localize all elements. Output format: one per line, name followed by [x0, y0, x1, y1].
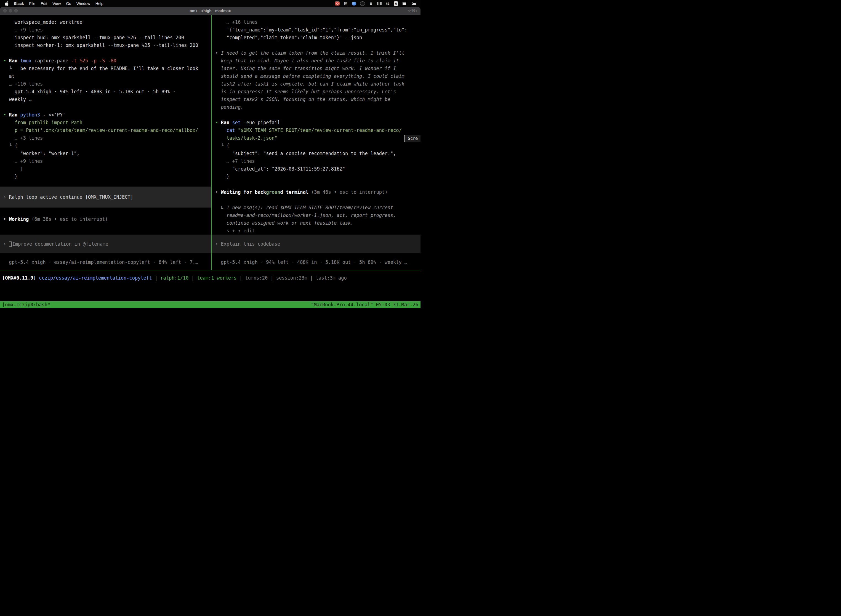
- terminal-line: cat "$OMX_TEAM_STATE_ROOT/team/review-cu…: [215, 126, 417, 134]
- terminal-line: }: [3, 173, 208, 180]
- menubar-app-name[interactable]: Slack: [14, 1, 24, 6]
- terminal-line: should send a message before completing …: [215, 72, 417, 80]
- terminal-line: … +9 lines: [3, 26, 208, 34]
- blank-line: [215, 111, 417, 119]
- terminal-line: "completed","claim_token":"claim-token"}…: [215, 34, 417, 41]
- terminal-line: continue assigned work or next feasible …: [215, 219, 417, 227]
- omx-hud-status-line: [OMX#0.11.9] cczip/essay/ai-reimplementa…: [0, 270, 420, 301]
- menu-view[interactable]: View: [53, 1, 61, 6]
- battery-percentage-icon[interactable]: 61: [385, 1, 390, 6]
- terminal-line: … +16 lines: [215, 18, 417, 26]
- terminal-line: … +110 lines: [3, 80, 208, 88]
- terminal-line: later. Using the same for transition mig…: [215, 65, 417, 72]
- terminal-line: pending.: [215, 103, 417, 111]
- terminal-line: task2 after task1 is complete, but can I…: [215, 80, 417, 88]
- screen: Slack FileEditViewGoWindowHelp 61A omx -…: [0, 0, 420, 308]
- terminal-line: ⌥ + ↑ edit: [215, 227, 417, 235]
- terminal-line: • Ran python3 - <<'PY': [3, 111, 208, 119]
- prompt-chevron: ›: [215, 241, 221, 247]
- terminal-line: └ {: [215, 142, 417, 150]
- menu-edit[interactable]: Edit: [41, 1, 47, 6]
- terminal-line: gpt-5.4 xhigh · 94% left · 488K in · 5.1…: [3, 88, 208, 95]
- terminal-line: ]: [3, 165, 208, 173]
- terminal-pane-left[interactable]: workspace_mode: worktree … +9 lines insp…: [0, 15, 212, 270]
- terminal-line: • Working (6m 38s • esc to interrupt): [3, 215, 208, 223]
- blank-line: [215, 196, 417, 204]
- blank-line: [3, 208, 208, 215]
- terminal-line: inspect_hud: omx sparkshell --tmux-pane …: [3, 34, 208, 41]
- terminal-line: • I need to get the claim token from the…: [215, 49, 417, 57]
- pane-status-line: gpt-5.4 xhigh · 94% left · 488K in · 5.1…: [215, 258, 417, 266]
- terminal-line: • Ran tmux capture-pane -t %25 -p -S -80: [3, 57, 208, 65]
- terminal-window: omx --xhigh --madmax ⌥⌘1 workspace_mode:…: [0, 7, 420, 308]
- traffic-lights: [3, 7, 20, 15]
- close-button[interactable]: [3, 9, 7, 12]
- terminal-line: • Waiting for background terminal (3m 46…: [215, 188, 417, 196]
- screen-recording-indicator[interactable]: [335, 1, 340, 6]
- minimize-button[interactable]: [9, 9, 12, 12]
- window-titlebar[interactable]: omx --xhigh --madmax ⌥⌘1: [0, 7, 420, 15]
- terminal-line: readme-and-reco/mailbox/worker-1.json, a…: [215, 211, 417, 219]
- terminal-line: keep that in mind. Maybe I also need the…: [215, 57, 417, 65]
- inject-banner: › Ralph loop active continue [OMX_TMUX_I…: [0, 186, 211, 208]
- blue-app-icon[interactable]: [352, 1, 356, 6]
- prompt-chevron: ›: [3, 241, 9, 247]
- terminal-line: tasks/task-2.json": [215, 134, 417, 142]
- menubar-left: Slack FileEditViewGoWindowHelp: [0, 1, 109, 6]
- terminal-line: └ be necessary for the end of the README…: [3, 65, 208, 72]
- zoom-button[interactable]: [14, 9, 18, 12]
- menubar-menus: FileEditViewGoWindowHelp: [29, 1, 109, 6]
- terminal-line: • Ran set -euo pipefail: [215, 119, 417, 126]
- stats-icon[interactable]: [377, 2, 382, 5]
- text-cursor: [9, 242, 12, 247]
- blank-line: [3, 103, 208, 111]
- battery-icon[interactable]: [402, 2, 408, 5]
- menubar-status-icons: 61A: [331, 1, 420, 6]
- tmux-status-bar: [omx-cczip0:bash* "MacBook-Pro-44.local"…: [0, 301, 420, 308]
- terminal-line: inspect task2's JSON, focusing on the st…: [215, 95, 417, 103]
- terminal-line: ↳ 1 new msg(s): read $OMX_TEAM_STATE_ROO…: [215, 204, 417, 211]
- launchpad-icon[interactable]: [369, 1, 373, 6]
- terminal-pane-right[interactable]: … +16 lines '{"team_name":"my-team","tas…: [212, 15, 420, 270]
- keyboard-input-icon[interactable]: A: [394, 1, 398, 6]
- blank-line: [215, 41, 417, 49]
- menu-go[interactable]: Go: [66, 1, 71, 6]
- terminal-line: "created_at": "2026-03-31T11:59:27.816Z": [215, 165, 417, 173]
- app-grid-icon[interactable]: [343, 1, 348, 6]
- tmux-panes: workspace_mode: worktree … +9 lines insp…: [0, 15, 420, 270]
- terminal-line: inspect_worker-1: omx sparkshell --tmux-…: [3, 41, 208, 49]
- terminal-line: └ {: [3, 142, 208, 150]
- terminal-line: … +3 lines: [3, 134, 208, 142]
- terminal-line: "worker": "worker-1",: [3, 150, 208, 157]
- terminal-line: '{"team_name":"my-team","task_id":"1","f…: [215, 26, 417, 34]
- menu-file[interactable]: File: [29, 1, 35, 6]
- terminal-line: p = Path('.omx/state/team/review-current…: [3, 126, 208, 134]
- blank-line: [3, 49, 208, 57]
- tmux-session-label: [omx-cczip0:bash*: [2, 301, 50, 308]
- dark-app-icon[interactable]: [360, 1, 365, 6]
- macos-menubar: Slack FileEditViewGoWindowHelp 61A: [0, 0, 420, 7]
- screenshot-tooltip[interactable]: Scre: [404, 135, 420, 142]
- terminal-line: workspace_mode: worktree: [3, 18, 208, 26]
- terminal-line: at: [3, 72, 208, 80]
- menu-help[interactable]: Help: [95, 1, 104, 6]
- terminal-line: … +9 lines: [3, 157, 208, 165]
- window-shortcut-hint: ⌥⌘1: [407, 9, 417, 13]
- terminal-line: }: [215, 173, 417, 180]
- terminal: workspace_mode: worktree … +9 lines insp…: [0, 15, 420, 308]
- terminal-line: from pathlib import Path: [3, 119, 208, 126]
- pane-status-line: gpt-5.4 xhigh · essay/ai-reimplementatio…: [3, 258, 208, 266]
- tmux-host-clock: "MacBook-Pro-44.local" 05:03 31-Mar-26: [311, 301, 418, 308]
- menu-window[interactable]: Window: [76, 1, 90, 6]
- apple-menu-icon[interactable]: [5, 1, 9, 6]
- prompt-input[interactable]: › Explain this codebase: [212, 235, 420, 253]
- blank-line: [215, 180, 417, 188]
- prompt-input[interactable]: › Improve documentation in @filename: [0, 235, 211, 253]
- terminal-line: weekly …: [3, 95, 208, 103]
- terminal-line: … +7 lines: [215, 157, 417, 165]
- terminal-line: "subject": "send a concise recommendatio…: [215, 150, 417, 157]
- prompt-chevron: ›: [3, 194, 9, 200]
- control-center-icon[interactable]: [412, 1, 417, 6]
- terminal-line: is in progress? It seems likely but perh…: [215, 88, 417, 95]
- window-title: omx --xhigh --madmax: [189, 9, 231, 13]
